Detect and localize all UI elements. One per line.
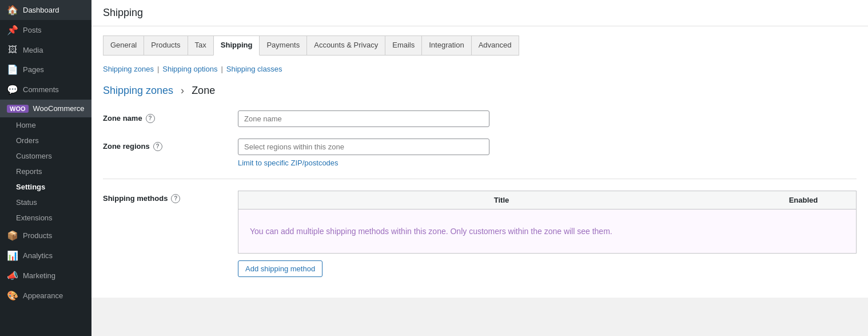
woo-badge: WOO — [7, 105, 29, 113]
tab-shipping[interactable]: Shipping — [213, 35, 260, 56]
appearance-icon: 🎨 — [7, 290, 18, 301]
tab-products[interactable]: Products — [144, 35, 188, 56]
sidebar-item-posts[interactable]: 📌 Posts — [0, 20, 91, 40]
dashboard-icon: 🏠 — [7, 5, 18, 15]
page-header: Shipping — [91, 0, 868, 26]
methods-empty-message: You can add multiple shipping methods wi… — [238, 209, 856, 253]
subnav-shipping-classes[interactable]: Shipping classes — [226, 65, 282, 73]
zone-name-help-icon[interactable]: ? — [146, 114, 155, 123]
woo-label: WooCommerce — [33, 104, 85, 113]
comments-icon: 💬 — [7, 84, 18, 95]
sub-navigation: Shipping zones | Shipping options | Ship… — [103, 65, 857, 73]
zone-regions-field-cell: Limit to specific ZIP/postcodes — [238, 139, 857, 167]
methods-col-enabled: Enabled — [758, 196, 849, 204]
sidebar-woocommerce-header[interactable]: WOO WooCommerce — [0, 100, 91, 117]
add-shipping-method-button[interactable]: Add shipping method — [238, 260, 322, 277]
shipping-methods-label-cell: Shipping methods ? — [103, 191, 229, 203]
breadcrumb-separator: › — [181, 85, 184, 96]
sub-nav-sep-2: | — [221, 65, 222, 73]
sidebar: 🏠 Dashboard 📌 Posts 🖼 Media 📄 Pages 💬 Co… — [0, 0, 91, 336]
tab-emails[interactable]: Emails — [385, 35, 422, 56]
zone-regions-input[interactable] — [238, 139, 489, 155]
settings-tabs: General Products Tax Shipping Payments A… — [103, 35, 857, 56]
tab-general[interactable]: General — [103, 35, 144, 56]
zone-regions-label-cell: Zone regions ? — [103, 139, 229, 151]
sidebar-item-woo-customers[interactable]: Customers — [0, 148, 91, 164]
shipping-methods-row: Shipping methods ? Title Enabled You can… — [103, 191, 857, 277]
subnav-shipping-zones[interactable]: Shipping zones — [103, 65, 154, 73]
methods-table: Title Enabled You can add multiple shipp… — [238, 191, 857, 254]
page-title: Shipping — [103, 7, 857, 19]
sub-nav-sep-1: | — [157, 65, 159, 73]
tab-tax[interactable]: Tax — [188, 35, 214, 56]
shipping-methods-label: Shipping methods — [103, 194, 168, 203]
zone-name-field-cell — [238, 110, 857, 127]
form-divider — [103, 179, 857, 179]
sidebar-item-woo-orders[interactable]: Orders — [0, 133, 91, 148]
posts-icon: 📌 — [7, 25, 18, 35]
methods-table-header: Title Enabled — [238, 191, 856, 209]
sidebar-item-media[interactable]: 🖼 Media — [0, 40, 91, 60]
zone-regions-help-icon[interactable]: ? — [153, 142, 162, 151]
sidebar-item-products[interactable]: 📦 Products — [0, 226, 91, 246]
sidebar-item-woo-status[interactable]: Status — [0, 195, 91, 210]
sidebar-item-woo-home[interactable]: Home — [0, 117, 91, 133]
content-area: General Products Tax Shipping Payments A… — [91, 26, 868, 298]
sidebar-item-woo-settings[interactable]: Settings — [0, 179, 91, 195]
zip-postcodes-link[interactable]: Limit to specific ZIP/postcodes — [238, 159, 857, 167]
shipping-methods-help-icon[interactable]: ? — [171, 194, 180, 203]
sidebar-item-woo-extensions[interactable]: Extensions — [0, 210, 91, 226]
tab-accounts[interactable]: Accounts & Privacy — [306, 35, 385, 56]
main-content: Shipping General Products Tax Shipping P… — [91, 0, 868, 336]
methods-col-title: Title — [245, 196, 758, 204]
pages-icon: 📄 — [7, 64, 18, 75]
tab-payments[interactable]: Payments — [259, 35, 307, 56]
sidebar-item-appearance[interactable]: 🎨 Appearance — [0, 286, 91, 306]
breadcrumb-current: Zone — [192, 85, 215, 96]
analytics-icon: 📊 — [7, 250, 18, 261]
breadcrumb: Shipping zones › Zone — [103, 85, 857, 97]
subnav-shipping-options[interactable]: Shipping options — [162, 65, 217, 73]
shipping-methods-field-cell: Title Enabled You can add multiple shipp… — [238, 191, 857, 277]
sidebar-item-woo-reports[interactable]: Reports — [0, 164, 91, 179]
zone-name-row: Zone name ? — [103, 110, 857, 127]
breadcrumb-link[interactable]: Shipping zones — [103, 85, 173, 96]
zone-name-input[interactable] — [238, 110, 489, 127]
media-icon: 🖼 — [7, 45, 18, 55]
tab-integration[interactable]: Integration — [421, 35, 471, 56]
marketing-icon: 📣 — [7, 270, 18, 281]
zone-regions-row: Zone regions ? Limit to specific ZIP/pos… — [103, 139, 857, 167]
zone-name-label-cell: Zone name ? — [103, 110, 229, 123]
sidebar-item-analytics[interactable]: 📊 Analytics — [0, 246, 91, 266]
sidebar-item-dashboard[interactable]: 🏠 Dashboard — [0, 0, 91, 20]
zone-name-label: Zone name — [103, 114, 142, 122]
zone-regions-label: Zone regions — [103, 142, 150, 151]
sidebar-item-comments[interactable]: 💬 Comments — [0, 80, 91, 100]
sidebar-item-pages[interactable]: 📄 Pages — [0, 60, 91, 80]
tab-advanced[interactable]: Advanced — [471, 35, 519, 56]
sidebar-item-marketing[interactable]: 📣 Marketing — [0, 266, 91, 286]
products-icon: 📦 — [7, 230, 18, 241]
